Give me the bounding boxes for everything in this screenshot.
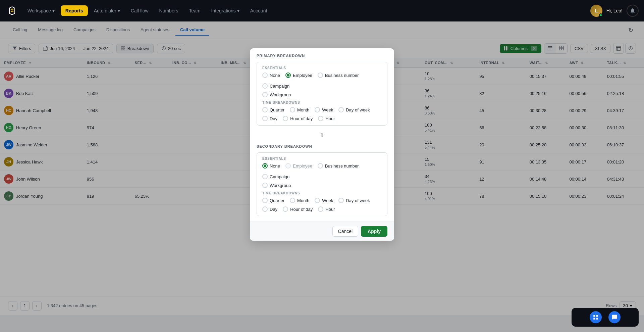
secondary-hour-radio[interactable] <box>318 206 323 212</box>
secondary-essentials-row: None Employee Business number Campaign <box>262 163 382 179</box>
modal-overlay: PRIMARY BREAKDOWN Essentials None Employ… <box>0 21 644 332</box>
secondary-campaign-radio[interactable] <box>262 174 268 179</box>
nav-team[interactable]: Team <box>184 5 205 16</box>
secondary-breakdown-section: SECONDARY BREAKDOWN Essentials None Empl… <box>250 139 394 222</box>
secondary-day-option[interactable]: Day <box>262 206 277 212</box>
apply-button[interactable]: Apply <box>361 226 387 237</box>
secondary-workgroup-option[interactable]: Workgroup <box>262 183 291 188</box>
primary-day-of-week-radio[interactable] <box>338 107 344 112</box>
online-indicator <box>599 13 602 17</box>
secondary-month-radio[interactable] <box>290 198 295 203</box>
primary-employee-option[interactable]: Employee <box>285 73 312 78</box>
secondary-day-of-week-option[interactable]: Day of week <box>338 198 370 203</box>
primary-breakdown-section: PRIMARY BREAKDOWN Essentials None Employ… <box>250 48 394 131</box>
secondary-quarter-option[interactable]: Quarter <box>262 198 284 203</box>
secondary-week-option[interactable]: Week <box>315 198 333 203</box>
primary-week-radio[interactable] <box>315 107 320 112</box>
nav-numbers[interactable]: Numbers <box>155 5 183 16</box>
secondary-time-label: Time breakdowns <box>262 191 382 195</box>
nav-workspace[interactable]: Workspace ▾ <box>23 5 59 16</box>
notifications-button[interactable] <box>627 5 639 17</box>
cancel-button[interactable]: Cancel <box>332 226 359 237</box>
primary-none-option[interactable]: None <box>262 73 280 78</box>
secondary-week-radio[interactable] <box>315 198 320 203</box>
chat-grid-icon[interactable] <box>590 311 602 323</box>
nav-integrations[interactable]: Integrations ▾ <box>207 5 244 16</box>
secondary-breakdown-group: Essentials None Employee Business number <box>257 152 387 216</box>
modal-footer: Cancel Apply <box>250 222 394 241</box>
secondary-time-row-1: Quarter Month Week Day of week <box>262 198 382 203</box>
primary-workgroup-row: Workgroup <box>262 92 382 97</box>
primary-hour-of-day-option[interactable]: Hour of day <box>283 116 313 121</box>
secondary-essentials-label: Essentials <box>262 157 382 160</box>
primary-quarter-option[interactable]: Quarter <box>262 107 284 112</box>
primary-campaign-radio[interactable] <box>262 83 268 89</box>
primary-employee-radio[interactable] <box>285 73 291 78</box>
secondary-hour-of-day-option[interactable]: Hour of day <box>283 206 313 212</box>
breakdown-modal: PRIMARY BREAKDOWN Essentials None Employ… <box>250 48 394 241</box>
secondary-day-of-week-radio[interactable] <box>338 198 344 203</box>
primary-business-number-option[interactable]: Business number <box>318 73 359 78</box>
logo <box>5 4 19 17</box>
nav-account[interactable]: Account <box>246 5 272 16</box>
primary-section-title: PRIMARY BREAKDOWN <box>257 54 387 58</box>
chat-widget <box>572 308 639 327</box>
primary-hour-of-day-radio[interactable] <box>283 116 288 121</box>
primary-none-radio[interactable] <box>262 73 268 78</box>
secondary-none-radio[interactable] <box>262 163 268 169</box>
avatar[interactable]: L <box>590 5 602 17</box>
greeting: Hi, Leo! <box>606 8 623 13</box>
nav-reports[interactable]: Reports <box>61 5 88 16</box>
secondary-business-number-option[interactable]: Business number <box>318 163 359 169</box>
secondary-none-option[interactable]: None <box>262 163 280 169</box>
secondary-workgroup-row: Workgroup <box>262 183 382 188</box>
secondary-business-number-radio[interactable] <box>318 163 323 169</box>
nav-autodialer[interactable]: Auto dialer ▾ <box>89 5 125 16</box>
secondary-employee-option[interactable]: Employee <box>285 163 312 169</box>
secondary-month-option[interactable]: Month <box>290 198 309 203</box>
primary-hour-radio[interactable] <box>318 116 323 121</box>
secondary-campaign-option[interactable]: Campaign <box>262 174 289 179</box>
primary-time-label: Time breakdowns <box>262 101 382 104</box>
secondary-hour-option[interactable]: Hour <box>318 206 335 212</box>
primary-day-of-week-option[interactable]: Day of week <box>338 107 370 112</box>
primary-day-radio[interactable] <box>262 116 268 121</box>
top-navigation: Workspace ▾ Reports Auto dialer ▾ Call f… <box>0 0 644 21</box>
secondary-time-row-2: Day Hour of day Hour <box>262 206 382 212</box>
secondary-employee-radio[interactable] <box>285 163 291 169</box>
primary-campaign-option[interactable]: Campaign <box>262 83 289 89</box>
primary-hour-option[interactable]: Hour <box>318 116 335 121</box>
primary-essentials-label: Essentials <box>262 66 382 70</box>
primary-business-number-radio[interactable] <box>318 73 323 78</box>
primary-workgroup-option[interactable]: Workgroup <box>262 92 291 97</box>
primary-month-radio[interactable] <box>290 107 295 112</box>
secondary-section-title: SECONDARY BREAKDOWN <box>257 144 387 148</box>
primary-breakdown-group: Essentials None Employee Business number <box>257 62 387 126</box>
secondary-hour-of-day-radio[interactable] <box>283 206 288 212</box>
secondary-workgroup-radio[interactable] <box>262 183 268 188</box>
secondary-day-radio[interactable] <box>262 206 268 212</box>
primary-essentials-row: None Employee Business number Campaign <box>262 73 382 89</box>
primary-month-option[interactable]: Month <box>290 107 309 112</box>
primary-time-row-2: Day Hour of day Hour <box>262 116 382 121</box>
primary-time-row-1: Quarter Month Week Day of week <box>262 107 382 112</box>
nav-callflow[interactable]: Call flow <box>126 5 153 16</box>
primary-week-option[interactable]: Week <box>315 107 333 112</box>
scroll-indicator: ⇅ <box>250 131 394 139</box>
chat-message-icon[interactable] <box>608 311 621 323</box>
primary-quarter-radio[interactable] <box>262 107 268 112</box>
secondary-quarter-radio[interactable] <box>262 198 268 203</box>
primary-day-option[interactable]: Day <box>262 116 277 121</box>
primary-workgroup-radio[interactable] <box>262 92 268 97</box>
